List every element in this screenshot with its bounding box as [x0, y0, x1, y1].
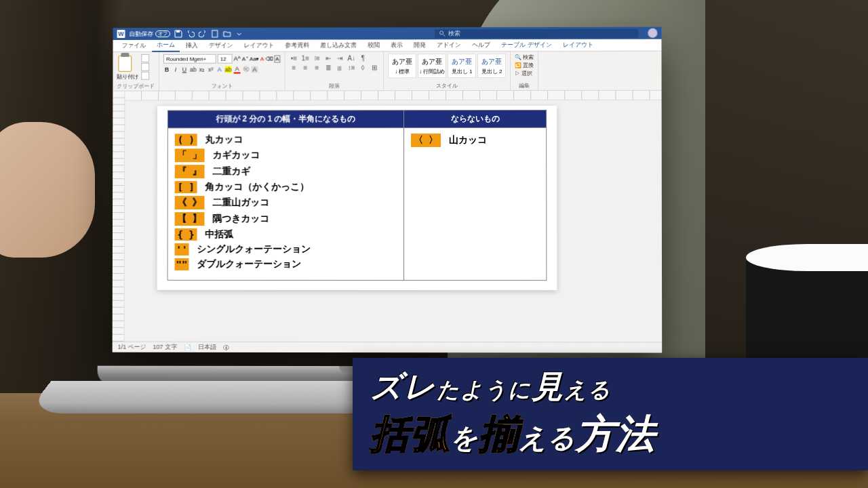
- table-cell-right[interactable]: 〈 〉山カッコ: [404, 127, 547, 280]
- format-painter-icon[interactable]: [141, 72, 149, 80]
- svg-point-2: [440, 31, 443, 35]
- list-item: 『 』二重カギ: [175, 165, 397, 178]
- tab-view[interactable]: 表示: [386, 39, 408, 51]
- font-name-select[interactable]: Rounded Mgen+: [163, 54, 216, 64]
- style-nospacing[interactable]: あア亜↓ 行間詰め: [418, 54, 446, 78]
- cut-icon[interactable]: [141, 54, 149, 62]
- bracket-name: 中括弧: [205, 228, 234, 241]
- titlebar: W 自動保存 オフ 検索: [113, 27, 662, 40]
- phonetic-icon[interactable]: A: [260, 56, 264, 62]
- status-bar: 1/1 ページ 107 文字 📄 日本語 🛈: [113, 342, 663, 353]
- char-shading-icon[interactable]: A: [252, 66, 258, 73]
- table-header-left: 行頭が 2 分の 1 の幅・半角になるもの: [167, 110, 403, 128]
- bracket-symbol: "": [175, 258, 189, 270]
- status-page[interactable]: 1/1 ページ: [118, 343, 146, 352]
- shading-icon[interactable]: ◊: [358, 63, 368, 71]
- copy-icon[interactable]: [141, 63, 149, 71]
- undo-icon[interactable]: [186, 30, 195, 38]
- strike-icon[interactable]: ab: [190, 66, 197, 73]
- justify-icon[interactable]: ≣: [323, 63, 333, 71]
- find-button[interactable]: 検索: [515, 54, 534, 61]
- list-item: ( )丸カッコ: [175, 134, 397, 146]
- style-normal[interactable]: あア亜↓ 標準: [388, 54, 416, 78]
- tab-table-layout[interactable]: レイアウト: [558, 39, 598, 51]
- style-heading1[interactable]: あア亜見出し 1: [448, 54, 476, 78]
- doc-icon[interactable]: [211, 30, 219, 38]
- bold-icon[interactable]: B: [163, 66, 170, 73]
- tab-review[interactable]: 校閲: [363, 39, 384, 51]
- document-area: 行頭が 2 分の 1 の幅・半角になるもの ならないもの ( )丸カッコ「 」カ…: [113, 91, 663, 342]
- chevron-down-icon[interactable]: [235, 30, 243, 38]
- indent-inc-icon[interactable]: ⇥: [335, 54, 344, 62]
- tab-layout[interactable]: レイアウト: [239, 40, 279, 52]
- document-page[interactable]: 行頭が 2 分の 1 の幅・半角になるもの ならないもの ( )丸カッコ「 」カ…: [157, 106, 557, 290]
- status-wordcount[interactable]: 107 文字: [153, 343, 176, 352]
- italic-icon[interactable]: I: [172, 66, 179, 73]
- underline-icon[interactable]: U: [181, 66, 188, 73]
- table-cell-left[interactable]: ( )丸カッコ「 」カギカッコ『 』二重カギ[ ]角カッコ（かくかっこ）《 》二…: [167, 128, 404, 281]
- styles-gallery[interactable]: あア亜↓ 標準 あア亜↓ 行間詰め あア亜見出し 1 あア亜見出し 2: [388, 54, 506, 78]
- bullets-icon[interactable]: •≡: [289, 54, 298, 62]
- tab-mailings[interactable]: 差し込み文書: [315, 39, 361, 51]
- font-grow-icon[interactable]: A^: [234, 56, 241, 62]
- highlight-icon[interactable]: ab: [225, 66, 232, 73]
- bracket-name: 隅つきカッコ: [213, 213, 270, 225]
- select-button[interactable]: 選択: [515, 70, 534, 77]
- distribute-icon[interactable]: ⫼: [335, 63, 344, 71]
- superscript-icon[interactable]: x²: [208, 66, 214, 73]
- text-effects-icon[interactable]: A: [216, 66, 223, 73]
- sort-icon[interactable]: A↓: [347, 54, 356, 62]
- clear-format-icon[interactable]: ⌫: [265, 56, 273, 62]
- tab-help[interactable]: ヘルプ: [467, 39, 495, 51]
- ribbon-group-font: Rounded Mgen+ 12 A^ A˅ Aa▾ A ⌫ A B I: [159, 52, 285, 91]
- vertical-ruler[interactable]: [113, 92, 125, 342]
- tab-design[interactable]: デザイン: [204, 40, 238, 52]
- font-color-icon[interactable]: A: [234, 65, 241, 73]
- quick-access-toolbar: [174, 30, 243, 38]
- svg-rect-0: [176, 30, 180, 33]
- char-border-icon[interactable]: A: [274, 55, 280, 62]
- status-proof-icon[interactable]: 📄: [184, 344, 191, 350]
- tab-developer[interactable]: 開発: [409, 39, 431, 51]
- ribbon-group-styles: あア亜↓ 標準 あア亜↓ 行間詰め あア亜見出し 1 あア亜見出し 2 スタイル: [384, 52, 511, 90]
- tab-insert[interactable]: 挿入: [181, 40, 203, 52]
- line-spacing-icon[interactable]: ↕≡: [347, 63, 356, 71]
- horizontal-ruler[interactable]: [125, 91, 661, 101]
- multilevel-icon[interactable]: ⁝≡: [312, 54, 321, 62]
- font-shrink-icon[interactable]: A˅: [242, 56, 248, 62]
- folder-icon[interactable]: [223, 30, 231, 38]
- bracket-symbol: '': [175, 243, 189, 256]
- enclose-char-icon[interactable]: ㊓: [243, 65, 250, 74]
- autosave-toggle[interactable]: 自動保存 オフ: [129, 29, 170, 38]
- tab-table-design[interactable]: テーブル デザイン: [496, 39, 557, 51]
- status-language[interactable]: 日本語: [198, 343, 216, 352]
- indent-dec-icon[interactable]: ⇤: [323, 54, 333, 62]
- align-right-icon[interactable]: ≡: [312, 63, 321, 71]
- change-case-icon[interactable]: Aa▾: [250, 56, 259, 62]
- search-input[interactable]: 検索: [435, 28, 638, 37]
- numbering-icon[interactable]: 1≡: [300, 54, 310, 62]
- align-center-icon[interactable]: ≡: [300, 63, 310, 71]
- tab-addins[interactable]: アドイン: [432, 39, 466, 51]
- font-size-select[interactable]: 12: [218, 54, 233, 64]
- redo-icon[interactable]: [199, 30, 207, 38]
- show-marks-icon[interactable]: ¶: [358, 54, 368, 62]
- tab-home[interactable]: ホーム: [152, 39, 180, 52]
- status-accessibility-icon[interactable]: 🛈: [223, 344, 229, 350]
- borders-icon[interactable]: ⊞: [370, 63, 379, 71]
- tab-references[interactable]: 参考資料: [280, 40, 314, 52]
- align-left-icon[interactable]: ≡: [289, 63, 298, 71]
- list-item: 【 】隅つきカッコ: [175, 212, 397, 226]
- style-heading2[interactable]: あア亜見出し 2: [477, 54, 506, 78]
- user-avatar[interactable]: [648, 28, 657, 38]
- bracket-symbol: 〈 〉: [411, 134, 441, 147]
- title-overlay: ズレたように見える 括弧を揃える方法: [353, 358, 868, 470]
- replace-button[interactable]: 置換: [515, 62, 534, 69]
- bracket-symbol: 【 】: [175, 212, 205, 226]
- ribbon-group-clipboard: 貼り付け クリップボード: [113, 52, 159, 91]
- paste-icon[interactable]: [117, 54, 133, 73]
- tab-file[interactable]: ファイル: [117, 40, 151, 52]
- subscript-icon[interactable]: x₂: [199, 66, 205, 73]
- save-icon[interactable]: [174, 30, 182, 38]
- bracket-name: カギカッコ: [213, 149, 260, 161]
